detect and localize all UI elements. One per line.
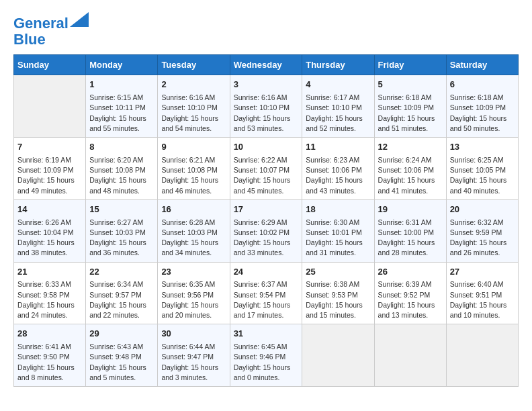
- col-header-thursday: Thursday: [302, 55, 374, 75]
- day-number: 21: [17, 266, 82, 279]
- calendar-cell: 14Sunrise: 6:26 AMSunset: 10:04 PMDaylig…: [14, 199, 86, 262]
- day-info: Sunrise: 6:31 AMSunset: 10:00 PMDaylight…: [378, 218, 443, 259]
- day-number: 5: [378, 79, 443, 91]
- col-header-tuesday: Tuesday: [158, 55, 230, 75]
- day-number: 15: [89, 203, 154, 216]
- day-info: Sunrise: 6:20 AMSunset: 10:08 PMDaylight…: [89, 155, 154, 196]
- day-number: 16: [161, 203, 226, 216]
- calendar-cell: 18Sunrise: 6:30 AMSunset: 10:01 PMDaylig…: [302, 199, 374, 262]
- day-info: Sunrise: 6:28 AMSunset: 10:03 PMDaylight…: [161, 218, 226, 259]
- day-number: 2: [161, 79, 226, 91]
- day-info: Sunrise: 6:15 AMSunset: 10:11 PMDaylight…: [89, 93, 154, 134]
- day-number: 10: [234, 141, 299, 154]
- logo-general: General: [13, 15, 69, 32]
- logo-icon: [70, 12, 89, 27]
- day-number: 14: [17, 203, 82, 216]
- header-row: SundayMondayTuesdayWednesdayThursdayFrid…: [14, 55, 519, 75]
- day-number: 24: [234, 266, 299, 279]
- calendar-cell: 11Sunrise: 6:23 AMSunset: 10:06 PMDaylig…: [302, 138, 374, 200]
- day-info: Sunrise: 6:30 AMSunset: 10:01 PMDaylight…: [306, 218, 370, 259]
- calendar-cell: [14, 75, 86, 138]
- day-info: Sunrise: 6:27 AMSunset: 10:03 PMDaylight…: [89, 218, 154, 259]
- calendar-cell: 9Sunrise: 6:21 AMSunset: 10:08 PMDayligh…: [158, 138, 230, 200]
- day-info: Sunrise: 6:45 AMSunset: 9:46 PMDaylight:…: [234, 342, 299, 383]
- calendar-cell: 15Sunrise: 6:27 AMSunset: 10:03 PMDaylig…: [86, 199, 158, 262]
- calendar-cell: 23Sunrise: 6:35 AMSunset: 9:56 PMDayligh…: [158, 262, 230, 324]
- day-info: Sunrise: 6:38 AMSunset: 9:53 PMDaylight:…: [306, 279, 370, 320]
- calendar-cell: 28Sunrise: 6:41 AMSunset: 9:50 PMDayligh…: [14, 324, 86, 387]
- day-info: Sunrise: 6:18 AMSunset: 10:09 PMDaylight…: [378, 93, 443, 134]
- day-info: Sunrise: 6:34 AMSunset: 9:57 PMDaylight:…: [89, 279, 154, 320]
- calendar-cell: 10Sunrise: 6:22 AMSunset: 10:07 PMDaylig…: [230, 138, 302, 200]
- calendar-cell: 2Sunrise: 6:16 AMSunset: 10:10 PMDayligh…: [158, 75, 230, 138]
- day-number: 3: [234, 79, 299, 91]
- calendar-cell: 17Sunrise: 6:29 AMSunset: 10:02 PMDaylig…: [230, 199, 302, 262]
- day-info: Sunrise: 6:44 AMSunset: 9:47 PMDaylight:…: [161, 342, 226, 383]
- calendar-cell: 31Sunrise: 6:45 AMSunset: 9:46 PMDayligh…: [230, 324, 302, 387]
- calendar-cell: [446, 324, 518, 387]
- day-info: Sunrise: 6:18 AMSunset: 10:09 PMDaylight…: [450, 93, 515, 134]
- day-info: Sunrise: 6:33 AMSunset: 9:58 PMDaylight:…: [17, 279, 82, 320]
- day-number: 30: [161, 328, 226, 340]
- calendar-cell: 4Sunrise: 6:17 AMSunset: 10:10 PMDayligh…: [302, 75, 374, 138]
- calendar-cell: 16Sunrise: 6:28 AMSunset: 10:03 PMDaylig…: [158, 199, 230, 262]
- week-row-3: 14Sunrise: 6:26 AMSunset: 10:04 PMDaylig…: [14, 199, 519, 262]
- logo-blue: Blue: [13, 31, 46, 48]
- calendar-cell: 27Sunrise: 6:40 AMSunset: 9:51 PMDayligh…: [446, 262, 518, 324]
- day-info: Sunrise: 6:16 AMSunset: 10:10 PMDaylight…: [234, 93, 299, 134]
- week-row-1: 1Sunrise: 6:15 AMSunset: 10:11 PMDayligh…: [14, 75, 519, 138]
- day-info: Sunrise: 6:19 AMSunset: 10:09 PMDaylight…: [17, 155, 82, 196]
- day-info: Sunrise: 6:25 AMSunset: 10:05 PMDaylight…: [450, 155, 515, 196]
- calendar-cell: [374, 324, 446, 387]
- day-number: 7: [17, 141, 82, 154]
- calendar-table: SundayMondayTuesdayWednesdayThursdayFrid…: [13, 54, 519, 387]
- col-header-sunday: Sunday: [14, 55, 86, 75]
- day-number: 26: [378, 266, 443, 279]
- logo: General Blue: [13, 13, 89, 48]
- day-info: Sunrise: 6:24 AMSunset: 10:06 PMDaylight…: [378, 155, 443, 196]
- calendar-cell: 1Sunrise: 6:15 AMSunset: 10:11 PMDayligh…: [86, 75, 158, 138]
- day-number: 27: [450, 266, 515, 279]
- day-number: 8: [89, 141, 154, 154]
- day-number: 28: [17, 328, 82, 340]
- day-number: 17: [234, 203, 299, 216]
- calendar-cell: 21Sunrise: 6:33 AMSunset: 9:58 PMDayligh…: [14, 262, 86, 324]
- calendar-cell: 29Sunrise: 6:43 AMSunset: 9:48 PMDayligh…: [86, 324, 158, 387]
- calendar-cell: 24Sunrise: 6:37 AMSunset: 9:54 PMDayligh…: [230, 262, 302, 324]
- day-number: 6: [450, 79, 515, 91]
- day-number: 25: [306, 266, 370, 279]
- day-info: Sunrise: 6:43 AMSunset: 9:48 PMDaylight:…: [89, 342, 154, 383]
- day-number: 18: [306, 203, 370, 216]
- day-number: 29: [89, 328, 154, 340]
- day-number: 20: [450, 203, 515, 216]
- calendar-cell: 19Sunrise: 6:31 AMSunset: 10:00 PMDaylig…: [374, 199, 446, 262]
- day-number: 19: [378, 203, 443, 216]
- page-header: General Blue: [13, 13, 519, 48]
- day-number: 13: [450, 141, 515, 154]
- day-info: Sunrise: 6:39 AMSunset: 9:52 PMDaylight:…: [378, 279, 443, 320]
- day-number: 23: [161, 266, 226, 279]
- col-header-monday: Monday: [86, 55, 158, 75]
- day-info: Sunrise: 6:40 AMSunset: 9:51 PMDaylight:…: [450, 279, 515, 320]
- week-row-5: 28Sunrise: 6:41 AMSunset: 9:50 PMDayligh…: [14, 324, 519, 387]
- svg-marker-0: [70, 12, 89, 27]
- col-header-saturday: Saturday: [446, 55, 518, 75]
- calendar-cell: 13Sunrise: 6:25 AMSunset: 10:05 PMDaylig…: [446, 138, 518, 200]
- day-info: Sunrise: 6:22 AMSunset: 10:07 PMDaylight…: [234, 155, 299, 196]
- day-info: Sunrise: 6:23 AMSunset: 10:06 PMDaylight…: [306, 155, 370, 196]
- calendar-cell: 12Sunrise: 6:24 AMSunset: 10:06 PMDaylig…: [374, 138, 446, 200]
- calendar-cell: 26Sunrise: 6:39 AMSunset: 9:52 PMDayligh…: [374, 262, 446, 324]
- day-number: 11: [306, 141, 370, 154]
- day-info: Sunrise: 6:41 AMSunset: 9:50 PMDaylight:…: [17, 342, 82, 383]
- day-info: Sunrise: 6:35 AMSunset: 9:56 PMDaylight:…: [161, 279, 226, 320]
- calendar-cell: 5Sunrise: 6:18 AMSunset: 10:09 PMDayligh…: [374, 75, 446, 138]
- calendar-cell: 7Sunrise: 6:19 AMSunset: 10:09 PMDayligh…: [14, 138, 86, 200]
- day-info: Sunrise: 6:32 AMSunset: 9:59 PMDaylight:…: [450, 218, 515, 259]
- day-info: Sunrise: 6:26 AMSunset: 10:04 PMDaylight…: [17, 218, 82, 259]
- week-row-4: 21Sunrise: 6:33 AMSunset: 9:58 PMDayligh…: [14, 262, 519, 324]
- calendar-cell: 22Sunrise: 6:34 AMSunset: 9:57 PMDayligh…: [86, 262, 158, 324]
- day-info: Sunrise: 6:21 AMSunset: 10:08 PMDaylight…: [161, 155, 226, 196]
- calendar-cell: 6Sunrise: 6:18 AMSunset: 10:09 PMDayligh…: [446, 75, 518, 138]
- col-header-friday: Friday: [374, 55, 446, 75]
- day-number: 4: [306, 79, 370, 91]
